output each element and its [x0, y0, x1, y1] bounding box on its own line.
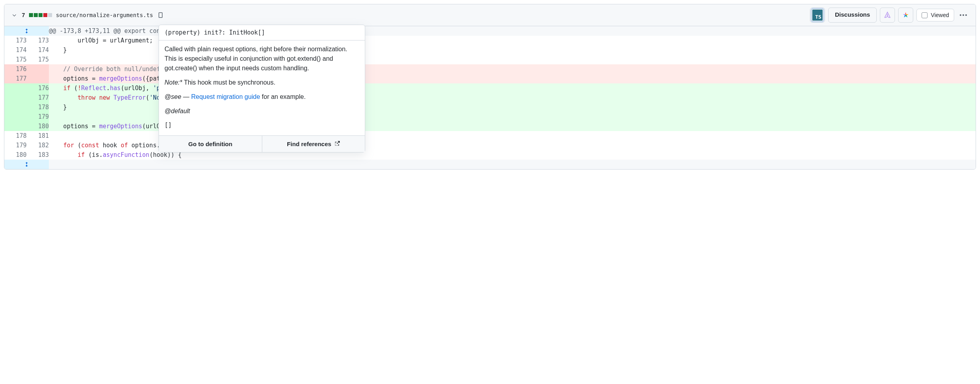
- line-number-new[interactable]: 181: [27, 131, 49, 141]
- line-number-old[interactable]: 178: [4, 131, 27, 141]
- hover-description: Called with plain request options, right…: [165, 44, 359, 73]
- hover-see: @see — Request migration guide for an ex…: [165, 92, 359, 102]
- external-link-icon: [334, 141, 340, 147]
- line-number-old[interactable]: [4, 83, 27, 93]
- line-number-new[interactable]: 183: [27, 150, 49, 160]
- line-number-old[interactable]: 177: [4, 74, 27, 83]
- diffstat-add-block: [34, 13, 38, 17]
- kebab-menu-icon[interactable]: [957, 14, 969, 16]
- hover-body: Called with plain request options, right…: [159, 41, 365, 135]
- line-number-old[interactable]: 179: [4, 141, 27, 150]
- line-number-new[interactable]: 180: [27, 122, 49, 131]
- collapse-chevron-icon[interactable]: [11, 12, 18, 19]
- line-number-new[interactable]: [27, 74, 49, 83]
- find-references-button[interactable]: Find references: [262, 136, 365, 152]
- line-number-new[interactable]: [27, 64, 49, 74]
- line-number-new[interactable]: 182: [27, 141, 49, 150]
- line-number-old[interactable]: 180: [4, 150, 27, 160]
- line-number-old[interactable]: 174: [4, 45, 27, 55]
- file-header: 7 source/normalize-arguments.ts TS Discu…: [4, 4, 976, 26]
- discussions-button[interactable]: Discussions: [828, 8, 877, 23]
- diff-file-frame: 7 source/normalize-arguments.ts TS Discu…: [4, 4, 976, 170]
- line-number-old[interactable]: [4, 122, 27, 131]
- line-number-new[interactable]: 177: [27, 93, 49, 102]
- copy-path-icon[interactable]: [157, 12, 164, 19]
- ts-badge: TS: [812, 9, 823, 21]
- line-number-new[interactable]: 174: [27, 45, 49, 55]
- viewed-toggle[interactable]: Viewed: [916, 9, 954, 21]
- diff-table: @@ -173,8 +173,11 @@ export const nor173…: [4, 26, 976, 169]
- hunk-footer-spacer: [49, 160, 976, 169]
- integration-sentry-button[interactable]: [880, 8, 895, 23]
- language-ts-button[interactable]: TS: [810, 8, 825, 23]
- integration-asterisk-button[interactable]: [898, 8, 913, 23]
- hover-default-value: []: [165, 121, 359, 130]
- line-number-new[interactable]: 176: [27, 83, 49, 93]
- hover-note: Note:* This hook must be synchronous.: [165, 78, 359, 87]
- line-number-old[interactable]: 176: [4, 64, 27, 74]
- viewed-label: Viewed: [931, 12, 949, 18]
- diffstat-add-block: [29, 13, 33, 17]
- diffstat-del-block: [43, 13, 47, 17]
- expand-context-icon[interactable]: [4, 160, 49, 169]
- hover-default-label: @default: [165, 106, 359, 116]
- file-header-left: 7 source/normalize-arguments.ts: [11, 12, 164, 19]
- line-number-old[interactable]: 175: [4, 55, 27, 64]
- line-number-new[interactable]: 179: [27, 112, 49, 122]
- file-path[interactable]: source/normalize-arguments.ts: [56, 12, 153, 18]
- diffstat-blocks: [29, 13, 52, 17]
- line-number-old[interactable]: [4, 93, 27, 102]
- go-to-definition-button[interactable]: Go to definition: [159, 136, 262, 152]
- line-number-new[interactable]: 173: [27, 36, 49, 45]
- hover-see-link[interactable]: Request migration guide: [191, 93, 260, 100]
- file-header-right: TS Discussions Viewed: [810, 8, 969, 23]
- line-number-old[interactable]: [4, 102, 27, 112]
- expand-context-icon[interactable]: [4, 26, 49, 36]
- line-number-new[interactable]: 175: [27, 55, 49, 64]
- hover-actions: Go to definition Find references: [159, 135, 365, 152]
- hover-signature: (property) init?: InitHook[]: [159, 25, 365, 41]
- line-number-new[interactable]: 178: [27, 102, 49, 112]
- line-number-old[interactable]: 173: [4, 36, 27, 45]
- line-number-old[interactable]: [4, 112, 27, 122]
- diffstat-count: 7: [22, 12, 25, 18]
- diffstat-add-block: [39, 13, 43, 17]
- diffstat-neutral-block: [48, 13, 52, 17]
- hover-card: (property) init?: InitHook[] Called with…: [159, 25, 365, 152]
- viewed-checkbox-icon: [922, 12, 928, 18]
